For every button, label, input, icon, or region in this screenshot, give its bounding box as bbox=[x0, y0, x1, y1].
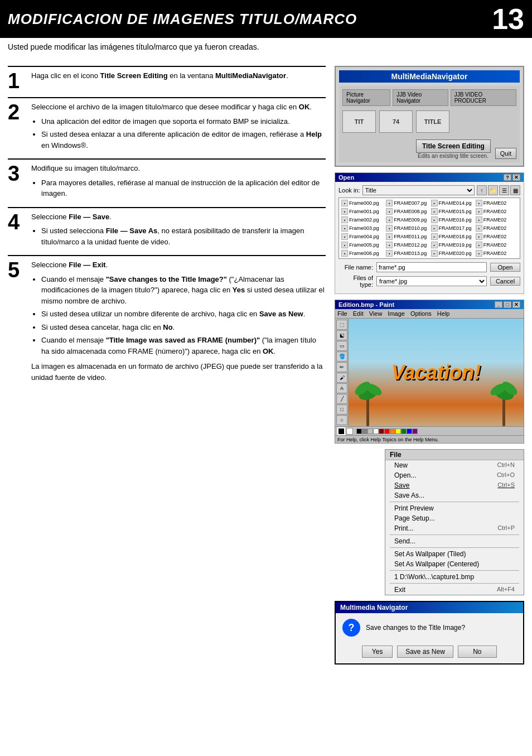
color-3[interactable] bbox=[367, 428, 373, 434]
file-item[interactable]: ▪Frame006.pg bbox=[340, 249, 384, 257]
color-4[interactable] bbox=[373, 428, 379, 434]
lookin-detail-btn[interactable]: ▦ bbox=[510, 185, 520, 195]
file-item[interactable]: ▪FRAME019.pg bbox=[430, 241, 474, 249]
file-item[interactable]: ▪FRAME009.pg bbox=[385, 216, 429, 224]
open-btn[interactable]: Open bbox=[490, 263, 520, 272]
video-navigator-btn[interactable]: JJB Video Navigator bbox=[393, 89, 448, 106]
cancel-btn[interactable]: Cancel bbox=[490, 277, 520, 286]
file-item[interactable]: ▪Frame001.pg bbox=[340, 208, 384, 215]
file-icon: ▪ bbox=[341, 225, 348, 232]
file-item[interactable]: ▪FRAME008.pg bbox=[385, 208, 429, 215]
menu-recent-file[interactable]: 1 D:\Work\...\capture1.bmp bbox=[385, 572, 524, 582]
file-item[interactable]: ▪FRAME020.pg bbox=[430, 249, 474, 257]
menu-exit[interactable]: ExitAlt+F4 bbox=[385, 585, 524, 595]
file-item[interactable]: ▪FRAME02 bbox=[475, 208, 519, 215]
file-item[interactable]: ▪Frame004.pg bbox=[340, 233, 384, 240]
right-column: MultiMediaNavigator Picture Navigator JJ… bbox=[335, 66, 524, 670]
file-icon: ▪ bbox=[386, 242, 393, 248]
file-item[interactable]: ▪FRAME02 bbox=[475, 224, 519, 232]
color-5[interactable] bbox=[379, 428, 384, 434]
tool-rect[interactable]: □ bbox=[336, 405, 347, 415]
menu-new[interactable]: NewCtrl+N bbox=[385, 460, 524, 470]
picture-navigator-btn[interactable]: Picture Navigator bbox=[342, 89, 390, 106]
paint-statusbar: For Help, click Help Topics on the Help … bbox=[335, 435, 524, 443]
menu-open[interactable]: Open...Ctrl+O bbox=[385, 470, 524, 480]
color-6[interactable] bbox=[384, 428, 390, 434]
tool-pencil[interactable]: ✏ bbox=[336, 362, 347, 372]
dialog-close-btn[interactable]: ✕ bbox=[512, 174, 520, 181]
file-item[interactable]: ▪Frame000.pg bbox=[340, 199, 384, 207]
menu-print-preview[interactable]: Print Preview bbox=[385, 503, 524, 513]
dialog-help-btn[interactable]: ? bbox=[504, 174, 511, 181]
menu-send[interactable]: Send... bbox=[385, 536, 524, 546]
file-item[interactable]: ▪Frame002.pg bbox=[340, 216, 384, 224]
no-button[interactable]: No bbox=[458, 646, 497, 658]
title-icon[interactable]: TITLE bbox=[416, 110, 449, 133]
lookin-select[interactable]: Title bbox=[362, 185, 475, 195]
paint-maximize-btn[interactable]: □ bbox=[504, 301, 511, 308]
tool-eraser[interactable]: ▭ bbox=[336, 341, 347, 351]
file-item[interactable]: ▪FRAME02 bbox=[475, 249, 519, 257]
paint-close-btn[interactable]: ✕ bbox=[512, 301, 520, 308]
number-icon[interactable]: 74 bbox=[379, 110, 413, 133]
menu-page-setup[interactable]: Page Setup... bbox=[385, 513, 524, 523]
tool-line[interactable]: ╱ bbox=[336, 394, 347, 404]
file-item[interactable]: ▪FRAME012.pg bbox=[385, 241, 429, 249]
menu-save[interactable]: SaveCtrl+S bbox=[385, 480, 524, 490]
color-2[interactable] bbox=[362, 428, 367, 434]
color-7[interactable] bbox=[390, 428, 395, 434]
menu-save-as[interactable]: Save As... bbox=[385, 490, 524, 500]
file-item[interactable]: ▪FRAME017.pg bbox=[430, 224, 474, 232]
filetype-select[interactable]: frame*.jpg bbox=[376, 276, 487, 286]
video-producer-btn[interactable]: JJB VIDEO PRODUCER bbox=[451, 89, 516, 106]
file-item[interactable]: ▪FRAME02 bbox=[475, 216, 519, 224]
menu-options[interactable]: Options bbox=[410, 310, 432, 317]
file-item[interactable]: ▪FRAME010.pg bbox=[385, 224, 429, 232]
tool-fill[interactable]: 🪣 bbox=[336, 351, 347, 362]
fg-color-swatch[interactable] bbox=[337, 427, 345, 435]
menu-file[interactable]: File bbox=[337, 310, 347, 317]
yes-button[interactable]: Yes bbox=[362, 646, 393, 658]
file-item[interactable]: ▪FRAME014.pg bbox=[430, 199, 474, 207]
menu-image[interactable]: Image bbox=[388, 310, 405, 317]
color-11[interactable] bbox=[412, 428, 418, 434]
paint-minimize-btn[interactable]: _ bbox=[495, 301, 502, 308]
file-item[interactable]: ▪FRAME018.pg bbox=[430, 233, 474, 240]
menu-help[interactable]: Help bbox=[437, 310, 450, 317]
lookin-list-btn[interactable]: ☰ bbox=[499, 185, 509, 195]
file-item[interactable]: ▪FRAME015.pg bbox=[430, 208, 474, 215]
menu-edit[interactable]: Edit bbox=[353, 310, 364, 317]
quit-btn[interactable]: Quit bbox=[495, 148, 516, 159]
tool-crop[interactable]: ⬕ bbox=[336, 330, 347, 340]
tool-ellipse[interactable]: ○ bbox=[336, 415, 347, 425]
menu-wallpaper-tiled[interactable]: Set As Wallpaper (Tiled) bbox=[385, 549, 524, 559]
title-screen-editing-btn[interactable]: Title Screen Editing bbox=[416, 139, 491, 153]
menu-view[interactable]: View bbox=[369, 310, 383, 317]
bg-color-swatch[interactable] bbox=[346, 428, 353, 435]
file-item[interactable]: ▪FRAME02 bbox=[475, 233, 519, 240]
tit-icon[interactable]: TIT bbox=[342, 110, 376, 133]
color-1[interactable] bbox=[356, 428, 362, 434]
menu-print[interactable]: Print...Ctrl+P bbox=[385, 523, 524, 533]
file-item[interactable]: ▪FRAME011.pg bbox=[385, 233, 429, 240]
color-8[interactable] bbox=[395, 428, 401, 434]
file-item[interactable]: ▪FRAME013.pg bbox=[385, 249, 429, 257]
lookin-up-btn[interactable]: ↑ bbox=[477, 185, 487, 195]
color-10[interactable] bbox=[407, 428, 412, 434]
file-item[interactable]: ▪Frame003.pg bbox=[340, 224, 384, 232]
tool-brush[interactable]: 🖌 bbox=[336, 373, 347, 383]
file-item[interactable]: ▪FRAME016.pg bbox=[430, 216, 474, 224]
filename-input[interactable] bbox=[376, 262, 487, 272]
color-9[interactable] bbox=[401, 428, 407, 434]
lookin-newdir-btn[interactable]: 📁 bbox=[488, 185, 498, 195]
file-item[interactable]: ▪FRAME007.pg bbox=[385, 199, 429, 207]
step-5-content: Seleccione File — Exit. Cuando el mensaj… bbox=[31, 259, 326, 386]
tool-select[interactable]: ⬚ bbox=[336, 320, 347, 330]
save-as-new-button[interactable]: Save as New bbox=[397, 646, 453, 658]
file-item[interactable]: ▪FRAME02 bbox=[475, 241, 519, 249]
file-item[interactable]: ▪Frame005.pg bbox=[340, 241, 384, 249]
menu-wallpaper-centered[interactable]: Set As Wallpaper (Centered) bbox=[385, 559, 524, 569]
file-item[interactable]: ▪FRAME02 bbox=[475, 199, 519, 207]
step-4-bullets: Si usted selecciona File — Save As, no e… bbox=[31, 225, 326, 247]
tool-text[interactable]: A bbox=[336, 383, 347, 393]
